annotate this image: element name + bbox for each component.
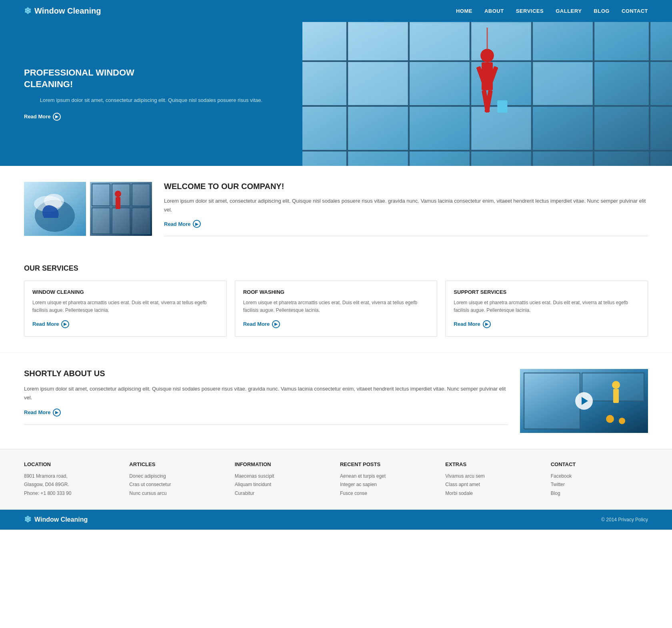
svg-rect-11	[348, 23, 408, 60]
nav-item-gallery[interactable]: GALLERY	[556, 8, 582, 14]
svg-rect-16	[533, 62, 592, 105]
svg-rect-23	[497, 100, 507, 113]
footer-col-title-3: RECENT POSTS	[340, 461, 437, 467]
footer-col-title-1: ARTICLES	[129, 461, 226, 467]
footer-col-title-0: LOCATION	[24, 461, 121, 467]
header: ❄ Window Cleaning HOMEABOUTSERVICESGALLE…	[0, 0, 672, 22]
footer-col-2-link-0[interactable]: Maecenas suscipit	[235, 472, 332, 481]
footer-bottom: ❄ Window Cleaning © 2014 Privacy Policy	[0, 510, 672, 530]
about-image-2-svg	[90, 182, 152, 236]
footer-col-4-link-0[interactable]: Vivamus arcu sem	[445, 472, 542, 481]
nav-item-home[interactable]: HOME	[456, 8, 472, 14]
hero-body: Lorem ipsum dolor sit amet, consectetur …	[24, 96, 278, 105]
play-triangle-icon	[582, 397, 588, 405]
service-arrow-icon-1: ▶	[272, 320, 280, 328]
svg-rect-15	[472, 107, 531, 150]
svg-rect-42	[613, 389, 619, 403]
about-us-video[interactable]	[520, 369, 648, 433]
hero-title: PROFESSIONAL WINDOWCLEANING!	[24, 67, 278, 90]
footer-col-1: ARTICLESDonec adipiscingCras ut consecte…	[129, 461, 226, 498]
footer-col-1-link-0[interactable]: Donec adipiscing	[129, 472, 226, 481]
about-us-arrow-icon: ▶	[53, 409, 61, 417]
svg-point-43	[606, 415, 614, 423]
hero-read-more-button[interactable]: Read More ▶	[24, 113, 278, 121]
service-arrow-icon-0: ▶	[61, 320, 69, 328]
service-read-more-button-2[interactable]: Read More ▶	[454, 320, 490, 328]
window-grid-svg	[302, 22, 672, 166]
main-nav: HOMEABOUTSERVICESGALLERYBLOGCONTACT	[456, 8, 648, 14]
svg-point-17	[480, 49, 494, 62]
nav-item-about[interactable]: ABOUT	[484, 8, 504, 14]
footer-logo: ❄ Window Cleaning	[24, 514, 88, 525]
svg-rect-12	[410, 23, 469, 60]
svg-rect-32	[132, 184, 150, 206]
about-text: WELCOME TO OUR COMPANY! Lorem ipsum dolo…	[164, 182, 648, 236]
footer-col-title-2: INFORMATION	[235, 461, 332, 467]
svg-rect-39	[524, 373, 580, 429]
about-read-more-button[interactable]: Read More ▶	[164, 220, 201, 228]
hero-read-more-label: Read More	[24, 114, 50, 120]
logo: ❄ Window Cleaning	[24, 6, 101, 16]
footer-logo-text: Window Cleaning	[34, 516, 88, 523]
svg-point-36	[115, 191, 121, 197]
footer-col-5-link-2[interactable]: Blog	[551, 489, 648, 498]
hero-section: PROFESSIONAL WINDOWCLEANING! Lorem ipsum…	[0, 22, 672, 166]
about-us-read-more-button[interactable]: Read More ▶	[24, 409, 61, 417]
footer-col-2: INFORMATIONMaecenas suscipitAliquam tinc…	[235, 461, 332, 498]
footer-col-3-link-1[interactable]: Integer ac sapien	[340, 480, 437, 489]
footer-col-4-link-1[interactable]: Class apnt amet	[445, 480, 542, 489]
svg-rect-13	[472, 23, 531, 60]
about-us-divider	[24, 425, 508, 425]
footer-col-3: RECENT POSTSAenean et turpis egetInteger…	[340, 461, 437, 498]
about-image-1	[24, 182, 86, 236]
footer-top: LOCATION8901 Mramora road,Glasgow, D04 8…	[0, 449, 672, 510]
nav-item-services[interactable]: SERVICES	[516, 8, 544, 14]
footer-col-0-link-2[interactable]: Phone: +1 800 333 90	[24, 489, 121, 498]
footer-col-4-link-2[interactable]: Morbi sodale	[445, 489, 542, 498]
hero-text: PROFESSIONAL WINDOWCLEANING! Lorem ipsum…	[0, 22, 302, 166]
footer-col-0-link-0[interactable]: 8901 Mramora road,	[24, 472, 121, 481]
logo-text: Window Cleaning	[34, 6, 101, 16]
footer-col-2-link-1[interactable]: Aliquam tincidunt	[235, 480, 332, 489]
footer-col-5: CONTACTFacebookTwitterBlog	[551, 461, 648, 498]
svg-rect-37	[116, 197, 120, 209]
footer-col-5-link-1[interactable]: Twitter	[551, 480, 648, 489]
hero-image	[302, 22, 672, 166]
footer-col-5-link-0[interactable]: Facebook	[551, 472, 648, 481]
footer-col-title-5: CONTACT	[551, 461, 648, 467]
about-images	[24, 182, 152, 236]
nav-item-contact[interactable]: CONTACT	[622, 8, 648, 14]
service-body-1: Lorem uisque et pharetra arcmattis ucies…	[243, 299, 429, 314]
service-body-0: Lorem uisque et pharetra arcmattis ucies…	[32, 299, 218, 314]
svg-rect-33	[92, 208, 110, 234]
footer-col-0: LOCATION8901 Mramora road,Glasgow, D04 8…	[24, 461, 121, 498]
logo-icon: ❄	[24, 6, 31, 16]
footer-col-1-link-1[interactable]: Cras ut consectetur	[129, 480, 226, 489]
services-title: OUR SERVICES	[24, 264, 648, 273]
footer-col-2-link-2[interactable]: Curabitur	[235, 489, 332, 498]
footer-col-1-link-2[interactable]: Nunc cursus arcu	[129, 489, 226, 498]
service-read-more-button-1[interactable]: Read More ▶	[243, 320, 280, 328]
svg-point-44	[619, 418, 625, 424]
footer-col-0-link-1[interactable]: Glasgow, D04 89GR.	[24, 480, 121, 489]
service-arrow-icon-2: ▶	[483, 320, 491, 328]
footer-col-3-link-2[interactable]: Fusce conse	[340, 489, 437, 498]
service-title-1: ROOF WASHING	[243, 289, 429, 295]
nav-item-blog[interactable]: BLOG	[594, 8, 610, 14]
service-read-more-label-2: Read More	[454, 321, 480, 327]
footer-col-4: EXTRASVivamus arcu semClass apnt ametMor…	[445, 461, 542, 498]
service-card-1: ROOF WASHING Lorem uisque et pharetra ar…	[235, 281, 438, 336]
service-title-2: SUPPORT SERVICES	[454, 289, 640, 295]
hero-arrow-icon: ▶	[53, 113, 61, 121]
services-grid: WINDOW CLEANING Lorem uisque et pharetra…	[24, 281, 648, 336]
service-title-0: WINDOW CLEANING	[32, 289, 218, 295]
about-arrow-icon: ▶	[193, 220, 201, 228]
footer-col-3-link-0[interactable]: Aenean et turpis eget	[340, 472, 437, 481]
service-read-more-label-0: Read More	[32, 321, 59, 327]
about-us-section: SHORTLY ABOUT US Lorem ipsum dolor sit a…	[0, 353, 672, 449]
footer-logo-icon: ❄	[24, 514, 31, 525]
play-button[interactable]	[575, 392, 593, 410]
service-read-more-button-0[interactable]: Read More ▶	[32, 320, 69, 328]
service-card-2: SUPPORT SERVICES Lorem uisque et pharetr…	[445, 281, 648, 336]
svg-rect-35	[132, 208, 150, 234]
